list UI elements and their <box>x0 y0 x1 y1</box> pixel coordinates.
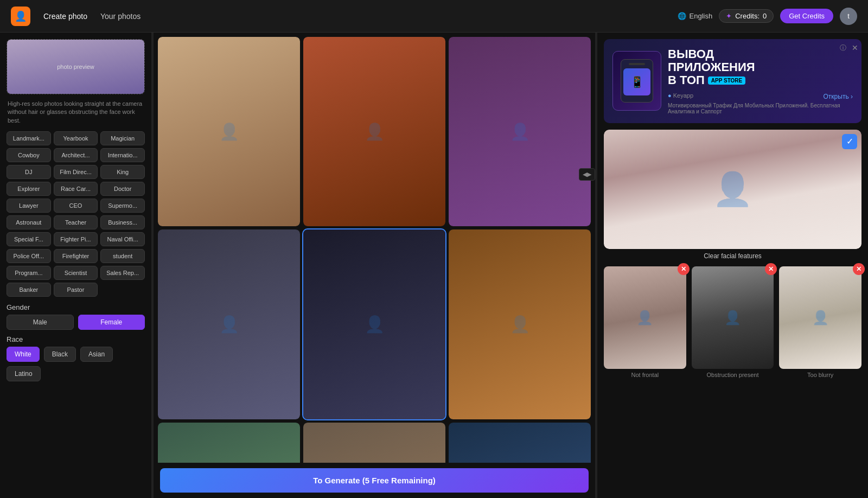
ad-heading-2: ПРИЛОЖЕНИЯ <box>668 61 853 74</box>
style-btn-student[interactable]: student <box>100 249 145 263</box>
credits-value: 0 <box>763 12 767 20</box>
gender-btn-male[interactable]: Male <box>7 315 74 330</box>
ad-brand: Keyapp <box>673 92 693 99</box>
gallery-item-4[interactable]: 👤 <box>158 229 300 419</box>
gallery-section: 👤👤👤👤👤👤👤👤👤👤👤👤 To Generate (5 Free Remaini… <box>154 33 595 498</box>
gallery-item-6[interactable]: 👤 <box>449 229 591 419</box>
ad-heading-1: ВЫВОД <box>668 48 853 61</box>
lang-label: English <box>690 12 713 20</box>
rejected-photo-0: 👤✕Not frontal <box>604 266 686 379</box>
selected-photo-label: Clear facial features <box>604 252 861 260</box>
ad-content: ⓘ ✕ ВЫВОД ПРИЛОЖЕНИЯ В ТОП APP STORE ● K… <box>668 48 853 114</box>
style-btn-fighterpi[interactable]: Fighter Pi... <box>54 232 98 246</box>
right-panel: 📱 ⓘ ✕ ВЫВОД ПРИЛОЖЕНИЯ В ТОП APP STORE ● <box>597 33 868 498</box>
style-btn-banker[interactable]: Banker <box>7 283 51 297</box>
get-credits-button[interactable]: Get Credits <box>780 9 833 23</box>
style-btn-landmark[interactable]: Landmark... <box>7 131 51 145</box>
nav-your-photos[interactable]: Your photos <box>100 12 141 21</box>
globe-icon: 🌐 <box>678 12 686 20</box>
header-right: 🌐 English ✦ Credits: 0 Get Credits t <box>678 8 857 25</box>
gallery-scroll[interactable]: 👤👤👤👤👤👤👤👤👤👤👤👤 <box>154 33 595 463</box>
gallery-item-image-1: 👤 <box>158 37 300 226</box>
gallery-item-1[interactable]: 👤 <box>158 37 300 226</box>
ad-heading-3: В ТОП <box>668 74 705 87</box>
style-btn-firefighter[interactable]: Firefighter <box>54 249 98 263</box>
gallery-item-5[interactable]: 👤 <box>303 229 445 419</box>
ad-info-icon[interactable]: ⓘ <box>840 43 846 53</box>
style-btn-teacher[interactable]: Teacher <box>54 215 98 229</box>
race-btn-black[interactable]: Black <box>44 347 76 362</box>
gallery-item-image-3: 👤 <box>449 37 591 226</box>
style-btn-doctor[interactable]: Doctor <box>100 182 145 196</box>
rejected-image-2: 👤 <box>779 266 861 369</box>
race-btn-asian[interactable]: Asian <box>80 347 113 362</box>
style-btn-lawyer[interactable]: Lawyer <box>7 199 51 213</box>
logo-icon: 👤 <box>15 10 27 22</box>
race-btn-latino[interactable]: Latino <box>7 366 41 381</box>
gallery-item-3[interactable]: 👤 <box>449 37 591 226</box>
style-btn-cowboy[interactable]: Cowboy <box>7 148 51 162</box>
style-btn-king[interactable]: King <box>100 165 145 179</box>
nav-create-photo[interactable]: Create photo <box>43 12 87 21</box>
ad-banner: 📱 ⓘ ✕ ВЫВОД ПРИЛОЖЕНИЯ В ТОП APP STORE ● <box>604 39 861 123</box>
gallery-grid: 👤👤👤👤👤👤👤👤👤👤👤👤 <box>158 37 591 463</box>
style-btn-explorer[interactable]: Explorer <box>7 182 51 196</box>
style-btn-filmdirec[interactable]: Film Direc... <box>54 165 98 179</box>
checkmark-badge: ✓ <box>842 134 857 149</box>
gender-label: Gender <box>7 303 145 311</box>
credits-display: ✦ Credits: 0 <box>719 9 774 23</box>
gallery-item-image-4: 👤 <box>158 229 300 419</box>
style-btn-architect[interactable]: Architect... <box>54 148 98 162</box>
style-btn-internatio[interactable]: Internatio... <box>100 148 145 162</box>
style-btn-supermo[interactable]: Supermo... <box>100 199 145 213</box>
language-selector[interactable]: 🌐 English <box>678 12 713 20</box>
ad-footer: ● Keyapp Открыть › <box>668 91 853 100</box>
user-avatar[interactable]: t <box>840 8 857 25</box>
gallery-item-8[interactable]: 👤 <box>303 423 445 463</box>
style-btn-program[interactable]: Program... <box>7 266 51 280</box>
style-btn-scientist[interactable]: Scientist <box>54 266 98 280</box>
reject-x-button-0[interactable]: ✕ <box>678 263 690 275</box>
reject-x-button-1[interactable]: ✕ <box>765 263 777 275</box>
style-btn-magician[interactable]: Magician <box>100 131 145 145</box>
gallery-item-9[interactable]: 👤 <box>449 423 591 463</box>
ad-close-button[interactable]: ✕ <box>852 43 858 52</box>
style-btn-specialf[interactable]: Special F... <box>7 232 51 246</box>
main-layout: photo preview High-res solo photos looki… <box>0 33 868 498</box>
upload-section: 👤 ✓ Clear facial features <box>604 130 861 260</box>
ad-open-button[interactable]: Открыть › <box>824 93 853 100</box>
rejected-photo-1: 👤✕Obstruction present <box>692 266 774 379</box>
style-btn-policeoff[interactable]: Police Off... <box>7 249 51 263</box>
style-btn-pastor[interactable]: Pastor <box>54 283 98 297</box>
rejected-label-2: Too blurry <box>779 372 861 378</box>
style-btn-ceo[interactable]: CEO <box>54 199 98 213</box>
style-btn-business[interactable]: Business... <box>100 215 145 229</box>
ad-description: Мотивированный Трафик Для Мобильных Прил… <box>668 103 853 114</box>
generate-button[interactable]: To Generate (5 Free Remaining) <box>160 468 589 493</box>
main-photo-face: 👤 <box>604 130 861 249</box>
style-btn-navaloffi[interactable]: Naval Offi... <box>100 232 145 246</box>
style-btn-yearbook[interactable]: Yearbook <box>54 131 98 145</box>
race-btn-white[interactable]: White <box>7 347 40 362</box>
app-logo: 👤 <box>11 7 30 26</box>
reject-x-button-2[interactable]: ✕ <box>853 263 865 275</box>
rejected-image-0: 👤 <box>604 266 686 369</box>
header: 👤 Create photo Your photos 🌐 English ✦ C… <box>0 0 868 33</box>
preview-placeholder: photo preview <box>7 40 144 94</box>
star-icon: ✦ <box>726 12 732 20</box>
style-btn-salesrep[interactable]: Sales Rep... <box>100 266 145 280</box>
selected-photo: 👤 ✓ <box>604 130 861 249</box>
style-btn-dj[interactable]: DJ <box>7 165 51 179</box>
gallery-item-image-7: 👤 <box>158 423 300 463</box>
rejected-photos-row: 👤✕Not frontal👤✕Obstruction present👤✕Too … <box>604 266 861 379</box>
style-btn-racecar[interactable]: Race Car... <box>54 182 98 196</box>
rejected-photo-2: 👤✕Too blurry <box>779 266 861 379</box>
style-btn-astronaut[interactable]: Astronaut <box>7 215 51 229</box>
rejected-image-1: 👤 <box>692 266 774 369</box>
gallery-item-image-6: 👤 <box>449 229 591 419</box>
gallery-item-7[interactable]: 👤 <box>158 423 300 463</box>
gender-btn-female[interactable]: Female <box>78 315 145 330</box>
race-label: Race <box>7 335 145 343</box>
gallery-item-2[interactable]: 👤 <box>303 37 445 226</box>
sidebar-preview: photo preview <box>7 39 145 94</box>
